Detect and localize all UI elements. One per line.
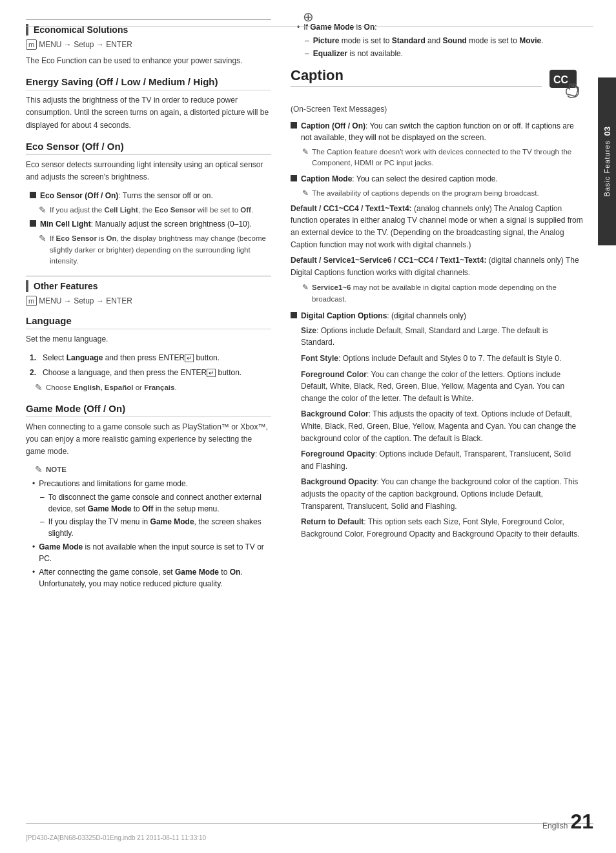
bullet-text: Eco Sensor (Off / On): Turns the sensor … xyxy=(40,190,213,201)
note-icon: ✎ xyxy=(302,147,309,169)
bg-opacity-option: Background Opacity: You can change the b… xyxy=(301,476,584,512)
caption-mode-bullet: Caption Mode: You can select the desired… xyxy=(291,173,584,185)
other-features-title: Other Features xyxy=(34,281,98,291)
right-column: • If Game Mode is On: – Picture mode is … xyxy=(291,19,584,834)
note-header-text: NOTE xyxy=(46,464,67,475)
bullet-square xyxy=(291,312,297,318)
caption-section: Caption CC (On-Screen Text Messages) Cap… xyxy=(291,67,584,540)
page-footer: [PD430-ZA]BN68-03325D-01Eng.indb 21 2011… xyxy=(26,834,206,841)
game-mode-notes: ✎ NOTE • Precautions and limitations for… xyxy=(26,464,271,590)
bg-color-option: Background Color: This adjusts the opaci… xyxy=(301,408,584,444)
menu-icon: m xyxy=(26,296,37,306)
if-game-mode-bullet: • If Game Mode is On: xyxy=(297,21,584,33)
cc-icon: CC xyxy=(548,67,584,99)
footer-text: [PD430-ZA]BN68-03325D-01Eng.indb 21 xyxy=(26,834,144,841)
note-icon: ✎ xyxy=(39,233,46,243)
section-accent xyxy=(26,280,28,292)
note-block: ✎ If you adjust the Cell Light, the Eco … xyxy=(39,205,271,216)
note-bullet-2: • Game Mode is not available when the in… xyxy=(32,541,271,564)
language-steps: 1. Select Language and then press ENTER↵… xyxy=(30,352,271,378)
caption-off-on-bullet: Caption (Off / On): You can switch the c… xyxy=(291,120,584,143)
note-bullet-1: • Precautions and limitations for game m… xyxy=(32,478,271,489)
caption-off-on-text: Caption (Off / On): You can switch the c… xyxy=(301,120,584,143)
equalizer-dash: – Equalizer is not available. xyxy=(305,48,584,59)
bullet-square xyxy=(30,220,36,227)
caption-mode-text: Caption Mode: You can select the desired… xyxy=(301,173,498,185)
side-tab-bar: 03 Basic Features xyxy=(598,77,616,245)
energy-body: This adjusts the brightness of the TV in… xyxy=(26,94,271,132)
caption-title-row: Caption CC xyxy=(291,67,584,99)
bullet-item: Eco Sensor (Off / On): Turns the sensor … xyxy=(30,190,271,201)
step-1: 1. Select Language and then press ENTER↵… xyxy=(30,352,271,364)
on-screen-text: (On-Screen Text Messages) xyxy=(291,105,584,114)
default-service: Default / Service1~Service6 / CC1~CC4 / … xyxy=(291,254,584,278)
picture-dash: – Picture mode is set to Standard and So… xyxy=(305,35,584,46)
eco-sensor-title: Eco Sensor (Off / On) xyxy=(26,141,271,155)
bullet-item: Min Cell Light: Manually adjust the scre… xyxy=(30,218,271,230)
note-bullet-3: • After connecting the game console, set… xyxy=(32,566,271,590)
page-number: 21 xyxy=(570,810,593,834)
note-icon: ✎ xyxy=(302,282,309,305)
other-menu-line: m MENU → Setup → ENTER xyxy=(26,296,271,306)
eco-sensor-bullets: Eco Sensor (Off / On): Turns the sensor … xyxy=(30,190,271,267)
bullet-square xyxy=(291,175,297,181)
note-header-block: ✎ NOTE xyxy=(35,464,271,475)
page-number-area: English 21 xyxy=(542,810,593,834)
font-style-option: Font Style: Options include Default and … xyxy=(301,353,584,365)
fg-color-option: Foreground Color: You can change the col… xyxy=(301,369,584,405)
note-text: If Eco Sensor is On, the display brightn… xyxy=(50,233,271,267)
left-column: Economical Solutions m MENU → Setup → EN… xyxy=(26,19,271,834)
digital-caption-bullet: Digital Caption Options: (digital channe… xyxy=(291,310,584,322)
bullet-text: Min Cell Light: Manually adjust the scre… xyxy=(40,218,252,230)
step-num: 2. xyxy=(30,367,39,378)
bottom-divider xyxy=(26,823,593,824)
note-icon: ✎ xyxy=(302,188,309,199)
fg-opacity-option: Foreground Opacity: Options include Defa… xyxy=(301,448,584,472)
menu-icon: m xyxy=(26,39,37,50)
note-text: Choose English, Español or Français. xyxy=(46,382,177,393)
step-text: Choose a language, and then press the EN… xyxy=(43,367,241,378)
note-text: If you adjust the Cell Light, the Eco Se… xyxy=(50,205,253,216)
eco-body: The Eco Function can be used to enhance … xyxy=(26,55,271,67)
service-note: ✎ Service1~6 may not be available in dig… xyxy=(302,282,584,305)
step-num: 1. xyxy=(30,352,39,364)
footer-date: 2011-08-11 11:33:10 xyxy=(146,834,206,841)
side-tab: 03 Basic Features xyxy=(598,0,616,853)
note-dash-2: – If you display the TV menu in Game Mod… xyxy=(40,516,271,539)
game-mode-body: When connecting to a game console such a… xyxy=(26,421,271,458)
eco-sensor-body: Eco sensor detects surrounding light int… xyxy=(26,159,271,183)
note-block: ✎ If Eco Sensor is On, the display brigh… xyxy=(39,233,271,267)
size-option: Size: Options include Default, Small, St… xyxy=(301,325,584,349)
page-number-label: English xyxy=(542,821,568,830)
language-title: Language xyxy=(26,315,271,329)
chapter-number: 03 xyxy=(602,127,612,136)
energy-title: Energy Saving (Off / Low / Medium / High… xyxy=(26,76,271,90)
svg-text:CC: CC xyxy=(553,74,569,85)
crosshair-icon: ⊕ xyxy=(303,9,314,25)
default-cc1: Default / CC1~CC4 / Text1~Text4: (analog… xyxy=(291,203,584,251)
note-icon: ✎ xyxy=(35,382,43,393)
caption-title: Caption xyxy=(291,67,542,87)
digital-caption-text: Digital Caption Options: (digital channe… xyxy=(301,310,466,322)
note-icon: ✎ xyxy=(39,205,46,215)
caption-note-1: ✎ The Caption feature doesn't work with … xyxy=(302,147,584,169)
language-body: Set the menu language. xyxy=(26,333,271,345)
caption-title-container: Caption xyxy=(291,67,542,90)
game-mode-continuation: • If Game Mode is On: – Picture mode is … xyxy=(291,21,584,59)
return-default-option: Return to Default: This option sets each… xyxy=(301,516,584,540)
step-2: 2. Choose a language, and then press the… xyxy=(30,367,271,378)
top-divider xyxy=(26,26,593,26)
side-tab-content: 03 Basic Features xyxy=(602,127,612,196)
note-dash-1: – To disconnect the game console and con… xyxy=(40,491,271,515)
caption-note-2: ✎ The availability of captions depends o… xyxy=(302,188,584,199)
other-features-header: Other Features xyxy=(26,276,271,292)
step-text: Select Language and then press ENTER↵ bu… xyxy=(43,352,220,364)
note-icon: ✎ xyxy=(35,464,43,475)
bullet-square xyxy=(291,122,297,128)
language-note: ✎ Choose English, Español or Français. xyxy=(35,382,271,393)
chapter-label: Basic Features xyxy=(603,140,611,196)
bullet-square xyxy=(30,192,36,198)
game-mode-title: Game Mode (Off / On) xyxy=(26,403,271,417)
eco-menu-line: m MENU → Setup → ENTER xyxy=(26,39,271,50)
eco-section-header: Economical Solutions xyxy=(26,19,271,36)
